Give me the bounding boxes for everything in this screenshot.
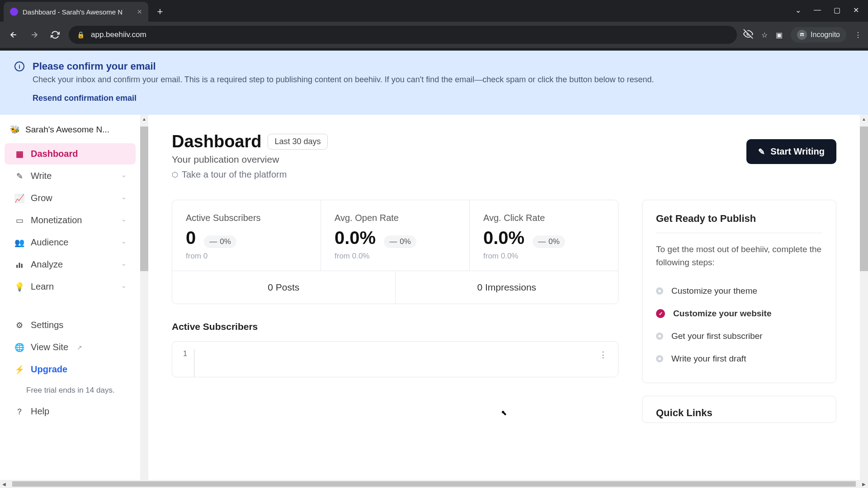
chevron-right-icon: ›	[121, 263, 128, 266]
radio-icon	[656, 355, 663, 362]
tour-link[interactable]: ⬡ Take a tour of the platform	[172, 169, 287, 180]
get-ready-card: Get Ready to Publish To get the most out…	[642, 200, 836, 383]
publication-switcher[interactable]: 🐝 Sarah's Awesome N...	[0, 120, 140, 143]
svg-rect-3	[19, 263, 20, 267]
nav-label: Audience	[31, 237, 68, 248]
new-tab-button[interactable]: +	[152, 4, 168, 20]
bar-chart-icon	[14, 261, 24, 269]
incognito-label: Incognito	[811, 31, 840, 39]
stat-open-rate: Avg. Open Rate 0.0% —0% from 0.0%	[321, 200, 470, 271]
address-bar[interactable]: 🔒 app.beehiiv.com	[69, 26, 737, 44]
nav-label: Analyze	[31, 259, 63, 270]
nav-label: Upgrade	[31, 364, 67, 375]
stat-value: 0.0%	[483, 228, 524, 248]
chevron-right-icon: ›	[121, 286, 128, 288]
nav-help[interactable]: ？ Help	[5, 401, 136, 422]
nav-label: View Site	[31, 342, 68, 352]
chevron-right-icon: ›	[121, 197, 128, 199]
stat-click-rate: Avg. Click Rate 0.0% —0% from 0.0%	[470, 200, 618, 271]
help-icon: ？	[14, 406, 24, 417]
scrollbar-thumb[interactable]	[860, 127, 868, 271]
reload-button[interactable]	[48, 28, 62, 42]
minimize-icon[interactable]: —	[814, 6, 821, 14]
trend-up-icon: 📈	[14, 193, 24, 203]
date-range-selector[interactable]: Last 30 days	[268, 134, 327, 150]
close-window-icon[interactable]: ✕	[853, 6, 859, 14]
star-icon[interactable]: ☆	[761, 31, 768, 39]
nav-view-site[interactable]: 🌐 View Site ↗	[5, 337, 136, 358]
menu-icon[interactable]: ⋮	[854, 31, 862, 39]
maximize-icon[interactable]: ▢	[834, 6, 840, 14]
stat-delta: —0%	[204, 235, 236, 248]
svg-point-1	[802, 34, 804, 36]
lock-icon: 🔒	[77, 31, 85, 38]
nav-monetization[interactable]: ▭ Monetization ›	[5, 210, 136, 231]
horizontal-scrollbar[interactable]: ◀ ▶	[0, 480, 868, 488]
sidebar: 🐝 Sarah's Awesome N... ▦ Dashboard ✎ Wri…	[0, 115, 140, 480]
checklist-customize-theme[interactable]: Customize your theme	[656, 280, 822, 302]
stat-value: 0.0%	[335, 228, 376, 248]
incognito-badge[interactable]: Incognito	[791, 27, 846, 42]
incognito-icon	[797, 30, 807, 40]
pencil-icon: ✎	[758, 147, 765, 157]
minus-icon: —	[389, 237, 397, 246]
impressions-count: 0 Impressions	[396, 271, 618, 304]
nav-write[interactable]: ✎ Write ›	[5, 165, 136, 187]
tab-close-icon[interactable]: ×	[137, 7, 142, 17]
chevron-right-icon: ›	[121, 175, 128, 177]
stat-delta: —0%	[533, 235, 565, 248]
scrollbar-thumb[interactable]	[140, 127, 148, 271]
checklist-first-draft[interactable]: Write your first draft	[656, 347, 822, 370]
publication-name: Sarah's Awesome N...	[25, 125, 109, 135]
banner-text: Check your inbox and confirm your email.…	[33, 75, 654, 84]
radio-icon	[656, 333, 663, 340]
main-content: Dashboard Last 30 days Your publication …	[148, 115, 860, 480]
scroll-left-icon[interactable]: ◀	[0, 482, 8, 487]
map-icon: ⬡	[172, 170, 178, 179]
stat-delta: —0%	[384, 235, 416, 248]
nav-label: Dashboard	[31, 149, 78, 159]
nav-grow[interactable]: 📈 Grow ›	[5, 188, 136, 209]
chart-y-tick: 1	[183, 350, 187, 358]
minus-icon: —	[538, 237, 546, 246]
chart-y-axis	[194, 349, 194, 377]
panel-icon[interactable]: ▣	[776, 31, 783, 39]
stat-from: from 0.0%	[335, 252, 456, 261]
nav-dashboard[interactable]: ▦ Dashboard	[5, 143, 136, 164]
checklist-label: Write your first draft	[671, 354, 746, 364]
browser-tab[interactable]: Dashboard - Sarah's Awesome N ×	[4, 2, 148, 22]
back-button[interactable]	[6, 28, 21, 42]
forward-button[interactable]	[27, 28, 42, 42]
nav-label: Learn	[31, 282, 54, 292]
scroll-right-icon[interactable]: ▶	[860, 482, 868, 487]
bulb-icon: 💡	[14, 282, 24, 292]
checklist-first-subscriber[interactable]: Get your first subscriber	[656, 325, 822, 347]
active-subscribers-chart: 1 ⋮	[172, 341, 618, 377]
eye-off-icon[interactable]	[743, 29, 753, 41]
chart-menu-icon[interactable]: ⋮	[599, 350, 607, 360]
tab-title: Dashboard - Sarah's Awesome N	[23, 8, 132, 16]
scroll-up-icon[interactable]: ▲	[860, 115, 868, 123]
checklist-customize-website[interactable]: ✓ Customize your website	[656, 302, 822, 325]
scroll-up-icon[interactable]: ▲	[140, 115, 148, 123]
sidebar-scrollbar[interactable]: ▲	[140, 115, 148, 480]
nav-analyze[interactable]: Analyze ›	[5, 254, 136, 275]
nav-audience[interactable]: 👥 Audience ›	[5, 232, 136, 253]
page-title: Dashboard	[172, 132, 261, 151]
banner-title: Please confirm your email	[33, 61, 654, 72]
chevron-right-icon: ›	[121, 219, 128, 221]
nav-upgrade[interactable]: ⚡ Upgrade	[5, 359, 136, 380]
stat-label: Active Subscribers	[186, 213, 307, 223]
nav-label: Monetization	[31, 215, 82, 225]
chevron-down-icon[interactable]: ⌄	[795, 6, 801, 14]
minus-icon: —	[209, 237, 217, 246]
start-writing-button[interactable]: ✎ Start Writing	[746, 139, 836, 164]
chart-section-title: Active Subscribers	[172, 321, 618, 332]
main-scrollbar[interactable]: ▲	[860, 115, 868, 480]
scrollbar-thumb[interactable]	[12, 481, 855, 487]
nav-settings[interactable]: ⚙ Settings	[5, 314, 136, 336]
confirm-email-banner: i Please confirm your email Check your i…	[0, 51, 868, 115]
resend-confirmation-link[interactable]: Resend confirmation email	[33, 94, 654, 103]
stat-label: Avg. Open Rate	[335, 213, 456, 223]
nav-learn[interactable]: 💡 Learn ›	[5, 276, 136, 297]
